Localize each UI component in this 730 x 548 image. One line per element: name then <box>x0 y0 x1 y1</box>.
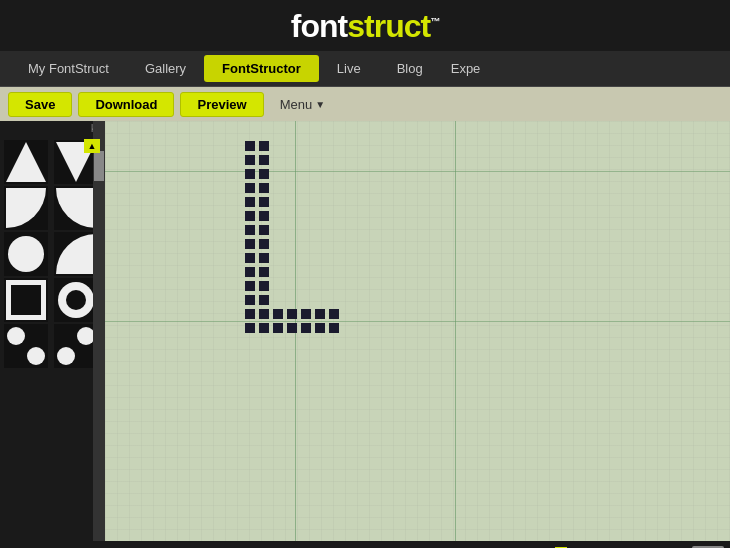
svg-rect-16 <box>259 169 269 179</box>
svg-rect-39 <box>301 309 311 319</box>
glyph-cell[interactable] <box>54 232 98 276</box>
svg-rect-20 <box>259 197 269 207</box>
svg-rect-47 <box>315 323 325 333</box>
svg-rect-42 <box>245 323 255 333</box>
svg-point-6 <box>66 290 86 310</box>
svg-rect-36 <box>259 309 269 319</box>
glyph-cell[interactable] <box>54 278 98 322</box>
nav-expe[interactable]: Expe <box>441 55 491 82</box>
nav-bar: My FontStruct Gallery FontStructor Live … <box>0 51 730 87</box>
nav-my-fontstruct[interactable]: My FontStruct <box>10 55 127 82</box>
svg-rect-17 <box>245 183 255 193</box>
svg-rect-28 <box>259 253 269 263</box>
main-area: ks ▲ <box>0 121 730 541</box>
svg-rect-14 <box>259 155 269 165</box>
svg-rect-46 <box>301 323 311 333</box>
glyph-cell[interactable] <box>4 232 48 276</box>
canvas-grid <box>105 121 730 541</box>
svg-rect-21 <box>245 211 255 221</box>
glyph-cell[interactable] <box>4 140 48 184</box>
scroll-thumb[interactable] <box>94 151 104 181</box>
glyph-cell[interactable] <box>4 324 48 368</box>
logo: fontstruct™ <box>291 8 439 45</box>
svg-rect-26 <box>259 239 269 249</box>
menu-label: Menu <box>280 97 313 112</box>
svg-point-9 <box>57 347 75 365</box>
svg-rect-45 <box>287 323 297 333</box>
nav-gallery[interactable]: Gallery <box>127 55 204 82</box>
svg-point-2 <box>8 236 44 272</box>
glyph-cell[interactable] <box>4 278 48 322</box>
glyph-cell[interactable] <box>4 186 48 230</box>
preview-button[interactable]: Preview <box>180 92 263 117</box>
download-button[interactable]: Download <box>78 92 174 117</box>
svg-rect-41 <box>329 309 339 319</box>
logo-struct-text: struct <box>347 8 430 44</box>
svg-rect-4 <box>11 285 41 315</box>
panel-label: ks <box>0 121 105 136</box>
nav-fontstructor[interactable]: FontStructor <box>204 55 319 82</box>
svg-rect-29 <box>245 267 255 277</box>
nav-blog[interactable]: Blog <box>379 55 441 82</box>
svg-rect-25 <box>245 239 255 249</box>
svg-rect-15 <box>245 169 255 179</box>
glyph-cell[interactable] <box>54 324 98 368</box>
nav-live[interactable]: Live <box>319 55 379 82</box>
glyph-cell[interactable] <box>54 186 98 230</box>
svg-rect-11 <box>245 141 255 151</box>
svg-marker-0 <box>6 142 46 182</box>
svg-rect-33 <box>245 295 255 305</box>
logo-tm: ™ <box>430 16 439 27</box>
left-panel-scrollbar[interactable] <box>93 121 105 541</box>
svg-rect-22 <box>259 211 269 221</box>
menu-arrow-icon: ▼ <box>315 99 325 110</box>
svg-rect-34 <box>259 295 269 305</box>
svg-rect-48 <box>329 323 339 333</box>
svg-rect-13 <box>245 155 255 165</box>
pixel-letter <box>235 141 355 371</box>
svg-rect-23 <box>245 225 255 235</box>
svg-point-7 <box>7 327 25 345</box>
character-canvas <box>235 141 355 375</box>
svg-rect-27 <box>245 253 255 263</box>
left-panel: ks ▲ <box>0 121 105 541</box>
menu-button[interactable]: Menu ▼ <box>270 93 335 116</box>
svg-rect-12 <box>259 141 269 151</box>
svg-rect-30 <box>259 267 269 277</box>
canvas-area[interactable] <box>105 121 730 541</box>
glyph-grid <box>0 136 105 372</box>
svg-rect-40 <box>315 309 325 319</box>
svg-rect-31 <box>245 281 255 291</box>
svg-point-8 <box>27 347 45 365</box>
svg-rect-43 <box>259 323 269 333</box>
svg-rect-35 <box>245 309 255 319</box>
svg-rect-24 <box>259 225 269 235</box>
save-button[interactable]: Save <box>8 92 72 117</box>
svg-rect-38 <box>287 309 297 319</box>
svg-rect-44 <box>273 323 283 333</box>
svg-rect-37 <box>273 309 283 319</box>
svg-rect-32 <box>259 281 269 291</box>
bottom-bar: ! " # $ % & ' ( ) * + , - . / 0 1 2 3 4 … <box>0 541 730 548</box>
svg-rect-18 <box>259 183 269 193</box>
header: fontstruct™ My FontStruct Gallery FontSt… <box>0 0 730 87</box>
toolbar: Save Download Preview Menu ▼ <box>0 87 730 121</box>
scroll-up-button[interactable]: ▲ <box>84 139 100 153</box>
svg-point-10 <box>77 327 95 345</box>
logo-font-text: font <box>291 8 347 44</box>
svg-rect-19 <box>245 197 255 207</box>
